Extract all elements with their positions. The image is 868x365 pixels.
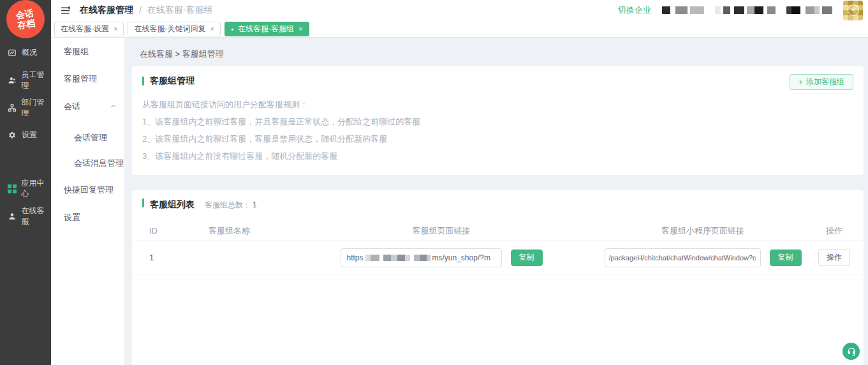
section-title: 客服组管理 bbox=[150, 75, 195, 87]
sidebar-item-online-service[interactable]: 在线客服 bbox=[0, 202, 51, 230]
headset-icon bbox=[846, 346, 857, 357]
open-tabs-bar: 在线客服-设置 × 在线客服-关键词回复 × ● 在线客服-客服组 × bbox=[51, 20, 868, 38]
collapse-menu-icon[interactable] bbox=[59, 4, 71, 17]
breadcrumb-current[interactable]: 在线客服-客服组 bbox=[147, 4, 213, 16]
cell-mini-link: 复制 bbox=[601, 248, 805, 267]
rule-item: 2、该客服组内之前聊过客服，客服是禁用状态，随机分配新的客服 bbox=[142, 130, 853, 147]
broken-image-icon: × bbox=[848, 4, 859, 16]
tab-label: 在线客服-关键词回复 bbox=[134, 24, 205, 34]
redacted-text bbox=[715, 6, 776, 14]
sidebar-item-label: 应用中心 bbox=[22, 178, 52, 200]
app-logo[interactable]: 会话 存档 bbox=[6, 0, 45, 38]
submenu-item-service-group[interactable]: 客服组 bbox=[51, 38, 124, 65]
sidebar-item-label: 在线客服 bbox=[22, 205, 52, 227]
user-avatar[interactable]: × bbox=[843, 1, 863, 20]
cell-page-link: https ms/yun_shop/?m 复制 bbox=[282, 248, 601, 267]
list-header-row: 客服组列表 客服组总数：1 bbox=[132, 198, 864, 211]
card-title-row: 客服组管理 bbox=[142, 75, 853, 87]
submenu-item-session[interactable]: 会话 bbox=[51, 93, 124, 120]
sidebar-item-settings[interactable]: 设置 bbox=[0, 121, 51, 149]
sidebar-item-label: 员工管理 bbox=[22, 70, 52, 91]
col-header-mini-link: 客服组小程序页面链接 bbox=[601, 225, 805, 237]
redacted-text bbox=[365, 255, 379, 261]
table-row: 1 https ms/yun_shop/?m bbox=[132, 241, 864, 274]
mini-program-link-input[interactable] bbox=[605, 248, 761, 267]
redacted-text bbox=[383, 255, 410, 261]
top-right-area: 切换企业 × bbox=[618, 1, 863, 20]
redacted-text bbox=[414, 255, 430, 261]
department-icon bbox=[7, 103, 17, 113]
staff-icon bbox=[7, 75, 17, 86]
tab-keyword-reply[interactable]: 在线客服-关键词回复 × bbox=[128, 22, 220, 36]
tab-label: 在线客服-设置 bbox=[61, 24, 109, 34]
copy-mini-link-button[interactable]: 复制 bbox=[770, 250, 802, 266]
submenu-session-children: 会话管理 会话消息管理 bbox=[51, 120, 124, 176]
redacted-text bbox=[662, 6, 704, 14]
app-root: 会话 存档 概况 员工管理 部门管理 bbox=[0, 0, 868, 365]
main-content: 在线客服 > 客服组管理 客服组管理 + 添加客服组 从客服组页面链接访问的用户… bbox=[124, 38, 868, 365]
redacted-text bbox=[786, 6, 832, 14]
row-action-button[interactable]: 操作 bbox=[818, 249, 850, 266]
section-accent-bar bbox=[142, 77, 144, 86]
page-link-input[interactable]: https ms/yun_shop/?m bbox=[341, 248, 502, 267]
assignment-rules: 从客服组页面链接访问的用户分配客服规则： 1、该客服组内之前聊过客服，并且客服是… bbox=[142, 96, 853, 165]
group-list-card: 客服组列表 客服组总数：1 ID 客服组名称 客服组页面链接 客服组小程序页面链… bbox=[132, 190, 864, 365]
sidebar-item-app-center[interactable]: 应用中心 bbox=[0, 175, 51, 202]
sidebar-item-label: 设置 bbox=[22, 130, 37, 140]
tab-label: 在线客服-客服组 bbox=[238, 24, 294, 34]
table-header: ID 客服组名称 客服组页面链接 客服组小程序页面链接 操作 bbox=[132, 221, 864, 241]
breadcrumb-separator: / bbox=[139, 5, 142, 15]
section-accent-bar bbox=[142, 198, 144, 207]
group-total-value: 1 bbox=[253, 200, 257, 209]
body-row: 客服组 客服管理 会话 会话管理 会话消息管理 bbox=[51, 38, 868, 365]
app-logo-text: 会话 存档 bbox=[15, 8, 36, 31]
rule-item: 3、该客服组内之前没有聊过客服，随机分配新的客服 bbox=[142, 147, 853, 165]
submenu-item-service-manage[interactable]: 客服管理 bbox=[51, 65, 124, 93]
breadcrumb: 在线客服 > 客服组管理 bbox=[140, 48, 864, 60]
cell-id: 1 bbox=[132, 253, 209, 262]
top-header: 在线客服管理 / 在线客服-客服组 切换企业 × bbox=[51, 0, 868, 20]
submenu-item-settings[interactable]: 设置 bbox=[51, 204, 124, 231]
secondary-sidebar: 客服组 客服管理 会话 会话管理 会话消息管理 bbox=[51, 38, 124, 365]
col-header-page-link: 客服组页面链接 bbox=[282, 225, 601, 237]
help-button[interactable] bbox=[842, 343, 860, 360]
section-title: 客服组列表 bbox=[150, 199, 195, 211]
overview-icon bbox=[7, 48, 17, 58]
sidebar-item-overview[interactable]: 概况 bbox=[0, 39, 51, 66]
close-icon[interactable]: × bbox=[210, 25, 214, 33]
sidebar-item-department[interactable]: 部门管理 bbox=[0, 94, 51, 121]
sidebar-item-label: 部门管理 bbox=[22, 97, 52, 119]
active-dot-icon: ● bbox=[231, 27, 233, 31]
tab-service-group[interactable]: ● 在线客服-客服组 × bbox=[224, 22, 309, 36]
chevron-up-icon bbox=[110, 103, 116, 109]
apps-icon bbox=[7, 184, 17, 194]
primary-nav: 概况 员工管理 部门管理 设置 bbox=[0, 39, 51, 230]
plus-icon: + bbox=[798, 78, 803, 87]
customer-service-icon bbox=[7, 211, 17, 221]
add-group-button[interactable]: + 添加客服组 bbox=[790, 74, 853, 90]
gear-icon bbox=[7, 130, 17, 140]
close-icon[interactable]: × bbox=[114, 25, 117, 33]
main-column: 在线客服管理 / 在线客服-客服组 切换企业 × 在线客服-设置 × 在线客服-… bbox=[51, 0, 868, 365]
close-icon[interactable]: × bbox=[298, 25, 302, 33]
submenu-item-session-manage[interactable]: 会话管理 bbox=[51, 125, 124, 151]
switch-company-link[interactable]: 切换企业 bbox=[618, 4, 651, 16]
cell-action: 操作 bbox=[805, 249, 864, 266]
sidebar-item-label: 概况 bbox=[22, 47, 37, 58]
col-header-action: 操作 bbox=[805, 225, 864, 237]
rules-intro: 从客服组页面链接访问的用户分配客服规则： bbox=[142, 96, 853, 113]
primary-sidebar: 会话 存档 概况 员工管理 部门管理 bbox=[0, 0, 51, 365]
rule-item: 1、该客服组内之前聊过客服，并且客服是正常状态，分配给之前聊过的客服 bbox=[142, 113, 853, 130]
sidebar-item-staff[interactable]: 员工管理 bbox=[0, 66, 51, 94]
col-header-name: 客服组名称 bbox=[209, 225, 282, 237]
submenu-item-session-message-manage[interactable]: 会话消息管理 bbox=[51, 151, 124, 176]
submenu-item-quick-reply[interactable]: 快捷回复管理 bbox=[51, 176, 124, 204]
group-manage-card: 客服组管理 + 添加客服组 从客服组页面链接访问的用户分配客服规则： 1、该客服… bbox=[132, 66, 864, 175]
group-total: 客服组总数：1 bbox=[205, 200, 257, 211]
copy-page-link-button[interactable]: 复制 bbox=[511, 250, 543, 266]
page-title: 在线客服管理 bbox=[80, 4, 133, 16]
tab-online-service-settings[interactable]: 在线客服-设置 × bbox=[54, 22, 124, 36]
col-header-id: ID bbox=[132, 226, 209, 235]
